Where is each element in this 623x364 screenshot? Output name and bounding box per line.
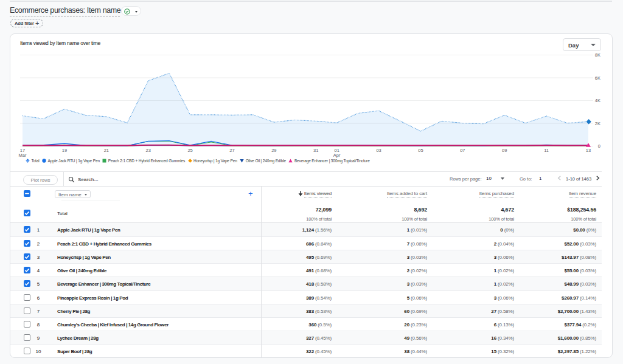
svg-text:07: 07 <box>460 148 465 153</box>
svg-text:23: 23 <box>146 148 151 153</box>
svg-text:Apr: Apr <box>333 153 341 158</box>
svg-text:25: 25 <box>187 148 192 153</box>
svg-text:13: 13 <box>586 148 591 153</box>
svg-text:6K: 6K <box>595 75 600 81</box>
svg-text:2K: 2K <box>595 121 600 126</box>
svg-text:8K: 8K <box>595 52 600 58</box>
svg-text:21: 21 <box>104 148 109 153</box>
svg-text:05: 05 <box>418 148 423 153</box>
svg-text:09: 09 <box>502 148 507 153</box>
svg-text:0: 0 <box>598 143 600 149</box>
svg-text:27: 27 <box>229 148 234 153</box>
svg-text:31: 31 <box>313 148 318 153</box>
svg-text:03: 03 <box>376 148 381 153</box>
svg-text:11: 11 <box>544 148 549 153</box>
svg-text:29: 29 <box>271 148 276 153</box>
svg-text:4K: 4K <box>595 98 600 103</box>
svg-text:19: 19 <box>62 148 67 153</box>
svg-text:Mar: Mar <box>19 153 27 158</box>
